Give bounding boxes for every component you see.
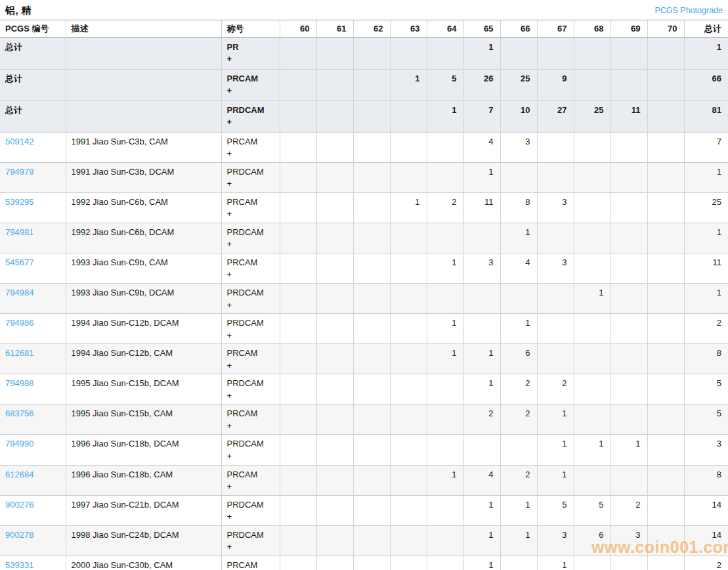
pcgs-number-link[interactable]: 509142 xyxy=(5,137,33,146)
col-header-grade-64: 64 xyxy=(427,20,463,38)
grade-64-cell: 2 xyxy=(427,192,463,223)
table-row: 7949811992 Jiao Sun-C6b, DCAMPRDCAM+11 xyxy=(0,223,728,253)
grade-70-cell xyxy=(647,525,684,556)
table-row: 7949841993 Jiao Sun-C9b, DCAMPRDCAM+11 xyxy=(0,284,728,314)
grade-69-cell xyxy=(610,405,647,435)
grade-61-cell xyxy=(316,435,353,465)
grade-63-cell xyxy=(390,465,427,495)
designation-label: PR xyxy=(227,41,273,53)
pcgs-photograde-link[interactable]: PCGS Photograde xyxy=(654,6,723,15)
pcgs-number-link[interactable]: 794990 xyxy=(5,439,33,449)
page-header: 铝, 精 PCGS Photograde xyxy=(0,0,728,20)
pcgs-number-link[interactable]: 900278 xyxy=(5,530,33,540)
designation-plus: + xyxy=(227,330,273,341)
grade-66-cell: 6 xyxy=(500,344,537,374)
pcgs-number-link[interactable]: 794981 xyxy=(5,227,33,237)
grade-67-cell: 3 xyxy=(537,525,574,556)
grade-65-cell xyxy=(463,284,500,314)
grade-69-cell xyxy=(610,223,647,253)
total-cell: 1 xyxy=(684,223,728,253)
pcgs-number-link[interactable]: 612684 xyxy=(5,470,33,479)
grade-67-cell xyxy=(537,162,574,192)
grade-66-cell: 1 xyxy=(500,223,537,253)
designation-label: PRCAM xyxy=(227,559,273,570)
col-header-total: 总计 xyxy=(684,20,728,38)
pcgs-number-link[interactable]: 794988 xyxy=(5,378,33,388)
table-row: 9002761997 Jiao Sun-C21b, DCAMPRDCAM+115… xyxy=(0,495,728,525)
grade-69-cell xyxy=(610,69,647,100)
grade-68-cell xyxy=(574,556,610,570)
grade-68-cell xyxy=(574,253,610,283)
designation-cell: PRDCAM+ xyxy=(221,284,280,314)
grade-69-cell xyxy=(610,374,647,405)
description-cell xyxy=(66,69,221,100)
description-cell: 1995 Jiao Sun-C15b, DCAM xyxy=(66,374,221,405)
pcgs-number-cell: 612684 xyxy=(0,465,66,495)
grade-67-cell: 1 xyxy=(537,405,574,435)
grade-70-cell xyxy=(647,405,684,435)
designation-label: PRCAM xyxy=(227,136,273,148)
pcgs-number-link[interactable]: 900276 xyxy=(5,500,33,510)
col-header-grade-62: 62 xyxy=(353,20,390,38)
grade-66-cell: 1 xyxy=(500,314,537,344)
col-header-grade-69: 69 xyxy=(610,20,647,38)
designation-plus: + xyxy=(227,148,273,160)
grade-65-cell: 7 xyxy=(463,100,500,132)
grade-69-cell xyxy=(610,556,647,570)
grade-61-cell xyxy=(316,284,353,314)
grade-70-cell xyxy=(647,100,684,132)
designation-label: PRCAM xyxy=(227,347,273,359)
grade-69-cell xyxy=(610,344,647,374)
designation-plus: + xyxy=(227,390,273,402)
grade-61-cell xyxy=(316,495,353,525)
designation-plus: + xyxy=(227,420,273,432)
table-row: 7949881995 Jiao Sun-C15b, DCAMPRDCAM+122… xyxy=(0,374,728,405)
total-cell: 81 xyxy=(684,100,728,132)
grade-67-cell: 3 xyxy=(537,253,574,283)
grade-68-cell xyxy=(574,465,610,495)
grade-61-cell xyxy=(316,100,353,132)
grade-68-cell xyxy=(574,405,610,435)
total-cell: 1 xyxy=(684,162,728,192)
grade-64-cell xyxy=(427,556,463,570)
designation-label: PRDCAM xyxy=(227,438,273,450)
col-header-grade-70: 70 xyxy=(647,20,684,38)
table-row: 6837561995 Jiao Sun-C15b, CAMPRCAM+2215 xyxy=(0,405,728,435)
pcgs-number-link[interactable]: 545677 xyxy=(5,257,33,267)
grade-68-cell: 1 xyxy=(574,435,610,465)
grade-62-cell xyxy=(353,525,390,556)
pcgs-number-link[interactable]: 794979 xyxy=(5,167,33,177)
pcgs-number-link[interactable]: 683756 xyxy=(5,408,33,418)
grade-62-cell xyxy=(353,37,390,69)
grade-67-cell: 3 xyxy=(537,192,574,223)
pcgs-number-link[interactable]: 612681 xyxy=(5,348,33,358)
pcgs-number-cell: 683756 xyxy=(0,405,66,435)
page-title: 铝, 精 xyxy=(5,5,32,17)
table-row: 5091421991 Jiao Sun-C3b, CAMPRCAM+437 xyxy=(0,132,728,162)
pcgs-number-link[interactable]: 539331 xyxy=(5,560,33,570)
designation-plus: + xyxy=(227,208,273,220)
description-cell: 1997 Jiao Sun-C21b, DCAM xyxy=(66,495,221,525)
grade-63-cell xyxy=(390,344,427,374)
designation-cell: PRCAM+ xyxy=(221,344,280,374)
table-header-row: PCGS 编号 描述 称号 60 61 62 63 64 65 66 67 68… xyxy=(0,20,728,38)
grade-64-cell xyxy=(427,435,463,465)
grade-70-cell xyxy=(647,344,684,374)
table-row: 9002781998 Jiao Sun-C24b, DCAMPRDCAM+113… xyxy=(0,525,728,556)
pcgs-number-link[interactable]: 539295 xyxy=(5,197,33,207)
designation-cell: PRDCAM+ xyxy=(221,100,280,132)
designation-label: PRDCAM xyxy=(227,378,273,389)
pcgs-number-link[interactable]: 794986 xyxy=(5,318,33,328)
grade-60-cell xyxy=(280,556,316,570)
total-cell: 3 xyxy=(684,435,728,465)
grade-69-cell xyxy=(610,132,647,162)
description-cell: 1995 Jiao Sun-C15b, CAM xyxy=(66,405,221,435)
grade-68-cell: 5 xyxy=(574,495,610,525)
description-cell: 1996 Jiao Sun-C18b, CAM xyxy=(66,465,221,495)
pcgs-number-link[interactable]: 794984 xyxy=(5,288,33,297)
grade-67-cell: 5 xyxy=(537,495,574,525)
designation-plus: + xyxy=(227,116,273,128)
grade-66-cell xyxy=(500,556,537,570)
grade-65-cell: 1 xyxy=(463,374,500,405)
table-row: 7949861994 Jiao Sun-C12b, DCAMPRDCAM+112 xyxy=(0,314,728,344)
